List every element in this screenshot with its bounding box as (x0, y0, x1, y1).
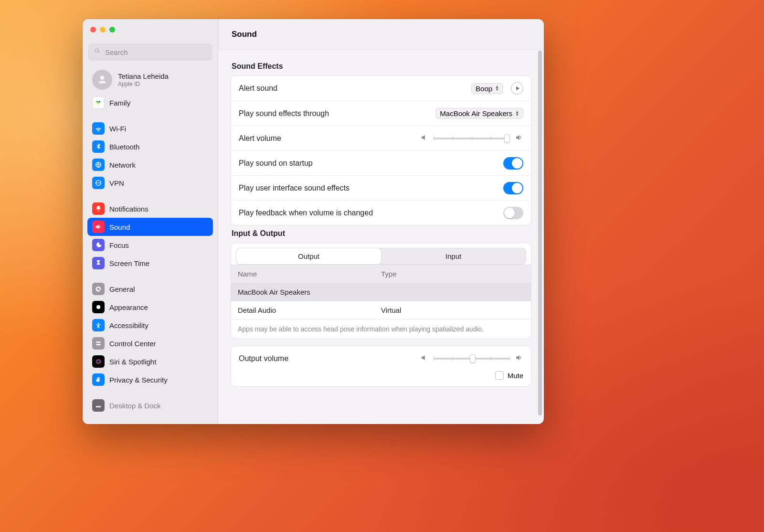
section-input-output: Input & Output (232, 229, 531, 238)
family-icon (92, 96, 105, 109)
search-field[interactable] (88, 44, 212, 60)
sidebar-item-label: Sound (109, 223, 130, 231)
sidebar-item-label: Wi-Fi (109, 125, 126, 133)
sidebar-item-vpn[interactable]: VPN (87, 174, 213, 192)
play-through-popup[interactable]: MacBook Air Speakers ▲▼ (435, 108, 523, 119)
bell-icon (92, 202, 105, 215)
chevron-up-down-icon: ▲▼ (515, 111, 519, 117)
svg-point-2 (97, 102, 99, 104)
speaker-low-icon (420, 353, 429, 364)
svg-rect-7 (96, 341, 100, 343)
device-type (381, 288, 524, 296)
sidebar-item-label: VPN (109, 179, 124, 187)
search-icon (94, 47, 101, 57)
play-through-label: Play sound effects through (239, 109, 428, 118)
network-icon (92, 159, 105, 171)
sidebar-item-label: Desktop & Dock (109, 402, 161, 410)
startup-sound-toggle[interactable] (503, 157, 523, 170)
hand-icon (92, 373, 105, 386)
alert-sound-label: Alert sound (239, 84, 464, 93)
sidebar-item-label: Focus (109, 241, 129, 249)
sidebar-item-wifi[interactable]: Wi-Fi (87, 119, 213, 138)
content: Sound Sound Effects Alert sound Boop ▲▼ … (218, 19, 544, 424)
volume-feedback-label: Play feedback when volume is changed (239, 209, 496, 217)
sidebar-item-siri[interactable]: Siri & Spotlight (87, 352, 213, 371)
control-center-icon (92, 337, 105, 350)
sidebar-scroll[interactable]: Tetiana Leheida Apple ID Family Wi-Fi Bl… (83, 64, 218, 420)
sidebar-item-label: Control Center (109, 340, 156, 348)
dock-icon (92, 399, 105, 412)
sidebar-item-screentime[interactable]: Screen Time (87, 254, 213, 272)
sidebar-item-appearance[interactable]: Appearance (87, 298, 213, 316)
sidebar-item-notifications[interactable]: Notifications (87, 200, 213, 218)
svg-rect-11 (96, 406, 101, 407)
sidebar-item-control-center[interactable]: Control Center (87, 334, 213, 352)
alert-sound-value: Boop (476, 85, 492, 93)
ui-sounds-toggle[interactable] (503, 182, 523, 194)
startup-sound-label: Play sound on startup (239, 159, 496, 168)
hourglass-icon (92, 257, 105, 269)
sidebar-item-label: Privacy & Security (109, 376, 168, 384)
device-row[interactable]: MacBook Air Speakers (231, 283, 531, 301)
siri-icon (92, 355, 105, 368)
content-scroll[interactable]: Sound Effects Alert sound Boop ▲▼ Play s… (218, 50, 544, 424)
account-name: Tetiana Leheida (118, 72, 169, 81)
tab-input[interactable]: Input (381, 248, 526, 264)
alert-volume-label: Alert volume (239, 134, 413, 143)
sidebar-item-privacy[interactable]: Privacy & Security (87, 371, 213, 389)
play-alert-button[interactable] (511, 82, 523, 95)
avatar (92, 70, 112, 90)
vpn-icon (92, 177, 105, 189)
ui-sounds-label: Play user interface sound effects (239, 184, 496, 192)
sidebar-item-label: Family (109, 99, 130, 107)
mute-label: Mute (508, 372, 523, 380)
io-card: Output Input Name Type MacBook Air Speak… (231, 243, 531, 339)
sidebar-item-label: Network (109, 161, 136, 169)
output-volume-card: Output volume Mute (231, 346, 531, 387)
sidebar-item-sound[interactable]: Sound (87, 218, 213, 236)
sidebar-item-label: Screen Time (109, 259, 149, 267)
gear-icon (92, 283, 105, 295)
zoom-button[interactable] (109, 27, 115, 32)
speaker-low-icon (420, 133, 429, 144)
sidebar-item-label: Notifications (109, 205, 149, 213)
sidebar-item-desktop-dock[interactable]: Desktop & Dock (87, 396, 213, 415)
sound-effects-card: Alert sound Boop ▲▼ Play sound effects t… (231, 75, 531, 225)
scrollbar[interactable] (538, 51, 542, 415)
account-sub: Apple ID (118, 81, 169, 87)
sidebar-item-label: Appearance (109, 303, 148, 311)
sidebar-item-accessibility[interactable]: Accessibility (87, 316, 213, 334)
sidebar-item-network[interactable]: Network (87, 156, 213, 174)
volume-feedback-toggle[interactable] (503, 207, 523, 219)
sidebar-item-general[interactable]: General (87, 280, 213, 298)
appearance-icon (92, 301, 105, 313)
device-name: MacBook Air Speakers (238, 288, 381, 296)
mute-checkbox[interactable] (495, 371, 504, 380)
accessibility-icon (92, 319, 105, 331)
minimize-button[interactable] (100, 27, 106, 32)
alert-volume-slider[interactable] (434, 138, 510, 139)
io-tabs: Output Input (236, 248, 526, 265)
search-input[interactable] (105, 48, 207, 56)
sidebar-item-label: Accessibility (109, 321, 149, 330)
window-controls (83, 19, 218, 40)
tab-output[interactable]: Output (236, 248, 381, 264)
apple-id-row[interactable]: Tetiana Leheida Apple ID (87, 66, 213, 94)
device-row[interactable]: Detail Audio Virtual (231, 301, 531, 319)
col-type: Type (381, 270, 524, 278)
sidebar-item-focus[interactable]: Focus (87, 236, 213, 254)
page-title: Sound (218, 19, 544, 50)
sidebar-item-bluetooth[interactable]: Bluetooth (87, 138, 213, 156)
sidebar: Tetiana Leheida Apple ID Family Wi-Fi Bl… (83, 19, 218, 424)
device-type: Virtual (381, 306, 524, 314)
spatial-audio-note: Apps may be able to access head pose inf… (231, 319, 531, 339)
svg-rect-8 (96, 344, 100, 345)
sidebar-item-family[interactable]: Family (87, 94, 213, 112)
bluetooth-icon (92, 140, 105, 153)
alert-sound-popup[interactable]: Boop ▲▼ (471, 83, 503, 94)
output-volume-slider[interactable] (434, 358, 510, 360)
sidebar-item-label: General (109, 285, 135, 293)
speaker-high-icon (515, 353, 523, 364)
wifi-icon (92, 122, 105, 135)
close-button[interactable] (90, 27, 96, 32)
